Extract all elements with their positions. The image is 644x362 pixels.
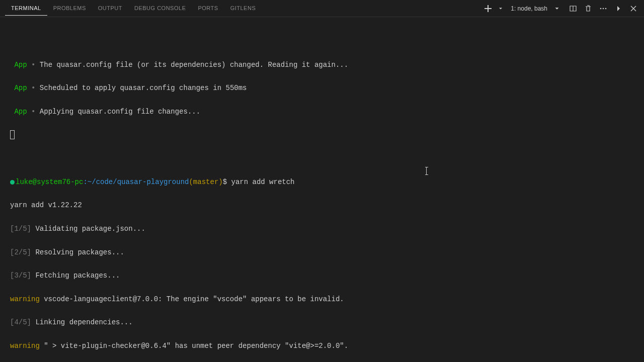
panel-header: TERMINAL PROBLEMS OUTPUT DEBUG CONSOLE P…	[0, 0, 644, 17]
trash-icon	[584, 5, 592, 13]
split-terminal-button[interactable]	[568, 3, 579, 14]
terminal-selector-label: 1: node, bash	[511, 5, 547, 12]
terminal-line: warning vscode-languageclient@7.0.0: The…	[10, 294, 634, 305]
terminal-content[interactable]: App • The quasar.config file (or its dep…	[0, 17, 644, 362]
svg-point-1	[603, 8, 604, 9]
tab-output[interactable]: OUTPUT	[92, 1, 128, 16]
terminal-selector[interactable]: 1: node, bash	[508, 4, 564, 13]
tab-gitlens[interactable]: GITLENS	[224, 1, 262, 16]
terminal-line	[10, 36, 634, 47]
split-horizontal-icon	[569, 5, 577, 13]
inactive-cursor	[10, 130, 15, 139]
tab-debug-console[interactable]: DEBUG CONSOLE	[128, 1, 192, 16]
tab-terminal[interactable]: TERMINAL	[5, 1, 47, 16]
close-icon	[629, 5, 637, 13]
kill-terminal-button[interactable]	[583, 3, 594, 14]
new-terminal-button[interactable]	[482, 3, 494, 14]
terminal-line: [3/5] Fetching packages...	[10, 270, 634, 282]
terminal-line: [1/5] Validating package.json...	[10, 223, 634, 235]
terminal-line: App • The quasar.config file (or its dep…	[10, 59, 634, 71]
svg-point-2	[605, 8, 607, 9]
svg-point-0	[600, 8, 602, 9]
panel-tabs: TERMINAL PROBLEMS OUTPUT DEBUG CONSOLE P…	[5, 1, 482, 16]
prompt-status-dot	[10, 180, 15, 185]
more-actions-button[interactable]	[598, 3, 609, 14]
tab-ports[interactable]: PORTS	[192, 1, 224, 16]
text-cursor-icon	[426, 167, 427, 175]
terminal-line	[10, 153, 634, 164]
terminal-line: yarn add v1.22.22	[10, 200, 634, 211]
terminal-line: warning " > vite-plugin-checker@0.6.4" h…	[10, 340, 634, 352]
chevron-down-icon	[553, 5, 560, 12]
close-panel-button[interactable]	[628, 3, 639, 14]
terminal-line: App • Applying quasar.config file change…	[10, 106, 634, 118]
tab-problems[interactable]: PROBLEMS	[47, 1, 92, 16]
new-terminal-dropdown[interactable]	[498, 3, 504, 14]
terminal-line	[10, 130, 634, 141]
plus-icon	[484, 5, 492, 13]
chevron-down-icon	[498, 5, 504, 13]
terminal-line: [4/5] Linking dependencies...	[10, 317, 634, 328]
chevron-right-icon	[614, 5, 622, 13]
ellipsis-icon	[599, 5, 607, 13]
terminal-line: App • Scheduled to apply quasar.config c…	[10, 82, 634, 94]
maximize-panel-button[interactable]	[613, 3, 624, 14]
terminal-line: [2/5] Resolving packages...	[10, 247, 634, 258]
panel-actions: 1: node, bash	[482, 3, 639, 14]
terminal-prompt-line: luke@system76-pc:~/code/quasar-playgroun…	[10, 176, 634, 188]
